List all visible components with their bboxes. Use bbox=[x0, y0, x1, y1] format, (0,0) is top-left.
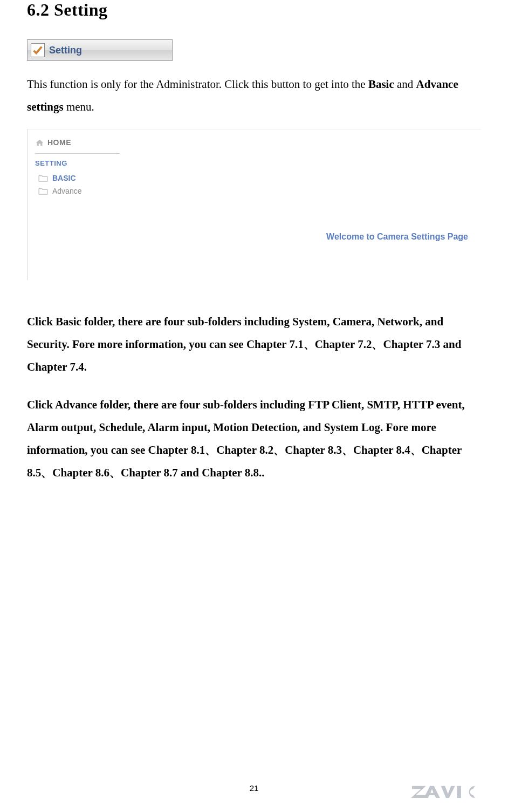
checkbox-icon bbox=[31, 43, 45, 57]
document-page: 6.2 Setting Setting This function is onl… bbox=[0, 0, 508, 812]
home-icon bbox=[35, 139, 44, 147]
setting-button[interactable]: Setting bbox=[27, 39, 173, 61]
sidebar-item-advance[interactable]: Advance bbox=[35, 185, 120, 197]
folder-icon bbox=[38, 174, 48, 182]
intro-paragraph: This function is only for the Administra… bbox=[27, 73, 481, 118]
advance-label: Advance bbox=[52, 187, 81, 195]
brand-logo bbox=[411, 783, 481, 799]
intro-bold-basic: Basic bbox=[368, 78, 394, 91]
basic-folder-paragraph: Click Basic folder, there are four sub-f… bbox=[27, 310, 481, 378]
folder-icon bbox=[38, 187, 48, 195]
intro-text-3: menu. bbox=[64, 100, 94, 113]
sidebar-item-basic[interactable]: BASIC bbox=[35, 172, 120, 185]
welcome-text: Welcome to Camera Settings Page bbox=[326, 232, 468, 242]
home-label: HOME bbox=[47, 138, 71, 147]
basic-label: BASIC bbox=[52, 174, 76, 182]
divider bbox=[35, 153, 120, 154]
sidebar-item-home[interactable]: HOME bbox=[35, 135, 120, 152]
sidebar: HOME SETTING BASIC Advance bbox=[28, 135, 127, 197]
settings-page-screenshot: HOME SETTING BASIC Advance Welcome to Ca… bbox=[27, 129, 481, 280]
setting-button-label: Setting bbox=[49, 45, 82, 56]
intro-text-1: This function is only for the Administra… bbox=[27, 78, 368, 91]
section-heading: 6.2 Setting bbox=[27, 0, 481, 20]
svg-rect-0 bbox=[457, 786, 461, 798]
sidebar-section-label: SETTING bbox=[35, 159, 120, 167]
advance-folder-paragraph: Click Advance folder, there are four sub… bbox=[27, 393, 481, 484]
intro-text-2: and bbox=[394, 78, 416, 91]
